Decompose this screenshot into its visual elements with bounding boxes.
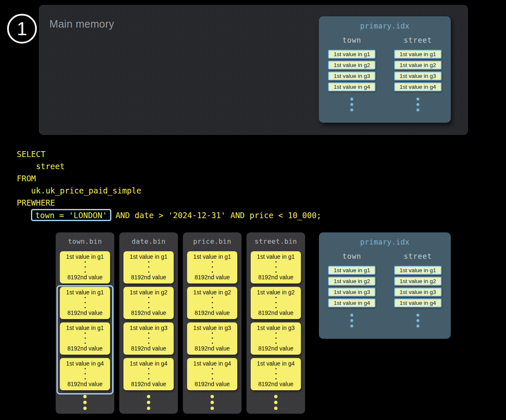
granule-block: 1st value in g1 8192nd value [60, 287, 110, 319]
primary-index-columns: town 1st value in g1 1st value in g2 1st… [319, 36, 451, 111]
granule-first-value: 1st value in g3 [130, 325, 167, 331]
granule-first-value: 1st value in g3 [257, 325, 295, 331]
sql-line: FROM [17, 173, 321, 185]
index-column-town: town 1st value in g1 1st value in g2 1st… [319, 36, 385, 111]
bin-file-panel-price: price.bin 1st value in g1 8192nd value 1… [183, 232, 241, 414]
granule-ellipsis [212, 368, 213, 379]
granule-last-value: 8192nd value [131, 274, 166, 281]
granule-ellipsis [85, 261, 86, 273]
ellipsis-dots [274, 395, 277, 410]
granule-ellipsis [85, 297, 86, 308]
granule-block: 1st value in g1 8192nd value [187, 251, 237, 283]
granule-ellipsis [212, 297, 213, 308]
index-column-town: town 1st value in g1 1st value in g2 1st… [319, 252, 385, 327]
index-entry-chip: 1st value in g1 [394, 266, 442, 275]
index-entry-chip: 1st value in g3 [394, 72, 442, 80]
granule-last-value: 8192nd value [67, 309, 103, 316]
bin-file-panel-town: town.bin 1st value in g1 8192nd value 1s… [56, 232, 114, 414]
ellipsis-dots [83, 395, 87, 410]
granule-block: 1st value in g3 8192nd value [187, 322, 237, 355]
granule-ellipsis [275, 261, 277, 273]
primary-index-panel-bottom: primary.idx town 1st value in g1 1st val… [319, 232, 451, 339]
granule-first-value: 1st value in g1 [193, 253, 231, 260]
granule-last-value: 8192nd value [195, 274, 230, 281]
sql-indent [17, 211, 31, 220]
granule-first-value: 1st value in g4 [257, 360, 295, 367]
granule-block: 1st value in g4 8192nd value [251, 358, 301, 390]
granule-ellipsis [148, 261, 149, 273]
granule-block: 1st value in g1 8192nd value [60, 322, 110, 355]
highlighted-condition: town = 'LONDON' [35, 211, 107, 220]
granule-block: 1st value in g3 8192nd value [123, 322, 174, 355]
granule-ellipsis [85, 368, 86, 379]
granule-first-value: 1st value in g2 [193, 289, 231, 296]
sql-line: PREWHERE [17, 197, 321, 209]
index-entry-chip: 1st value in g2 [328, 277, 375, 286]
index-entry-chip: 1st value in g4 [394, 82, 442, 91]
index-entry-chip: 1st value in g3 [394, 288, 442, 296]
sql-query-block: SELECT street FROM uk.uk_price_paid_simp… [17, 148, 321, 221]
granule-first-value: 1st value in g4 [193, 360, 231, 367]
granule-last-value: 8192nd value [67, 381, 103, 387]
granule-block: 1st value in g2 8192nd value [187, 287, 237, 319]
sql-line: uk.uk_price_paid_simple [17, 185, 321, 197]
granule-block: 1st value in g1 8192nd value [251, 251, 301, 283]
granule-last-value: 8192nd value [131, 345, 166, 352]
index-entry-chip: 1st value in g1 [394, 50, 442, 59]
granule-ellipsis [148, 368, 149, 379]
granule-last-value: 8192nd value [131, 309, 166, 316]
column-header-town: town [342, 252, 361, 260]
granule-last-value: 8192nd value [195, 345, 230, 352]
granule-first-value: 1st value in g3 [193, 325, 231, 331]
granule-block: 1st value in g1 8192nd value [60, 251, 110, 283]
granule-block: 1st value in g4 8192nd value [60, 358, 110, 390]
index-entry-chip: 1st value in g4 [328, 82, 375, 91]
granule-last-value: 8192nd value [195, 309, 230, 316]
column-header-street: street [404, 36, 432, 44]
granule-last-value: 8192nd value [258, 345, 293, 352]
granule-first-value: 1st value in g1 [130, 253, 167, 260]
index-column-street: street 1st value in g1 1st value in g2 1… [385, 36, 451, 111]
bin-file-title: street.bin [254, 237, 297, 245]
granule-last-value: 8192nd value [258, 309, 293, 316]
index-entry-chip: 1st value in g2 [328, 61, 375, 70]
primary-index-panel-top: primary.idx town 1st value in g1 1st val… [319, 16, 451, 123]
sql-line: SELECT [17, 148, 321, 160]
granule-ellipsis [275, 332, 277, 344]
step-badge: 1 [7, 14, 37, 44]
granule-ellipsis [275, 297, 277, 308]
bin-file-panel-street: street.bin 1st value in g1 8192nd value … [247, 232, 305, 414]
column-header-street: street [404, 252, 432, 260]
granule-last-value: 8192nd value [258, 381, 293, 387]
index-entry-chip: 1st value in g1 [328, 50, 375, 59]
index-entry-chip: 1st value in g4 [394, 299, 442, 307]
diagram-canvas: { "step_badge": { "number": "1" }, "main… [0, 0, 506, 420]
sql-line: street [17, 160, 321, 173]
index-column-street: street 1st value in g1 1st value in g2 1… [385, 252, 451, 327]
granule-block: 1st value in g2 8192nd value [251, 287, 301, 319]
granule-ellipsis [212, 332, 213, 344]
granule-block: 1st value in g4 8192nd value [187, 358, 237, 390]
ellipsis-dots [147, 395, 150, 410]
primary-index-columns: town 1st value in g1 1st value in g2 1st… [319, 252, 451, 327]
granule-block: 1st value in g1 8192nd value [123, 251, 174, 283]
granule-first-value: 1st value in g4 [66, 360, 104, 367]
granule-first-value: 1st value in g4 [130, 360, 167, 367]
step-number: 1 [17, 18, 27, 39]
granule-first-value: 1st value in g2 [130, 289, 167, 296]
granule-ellipsis [212, 261, 213, 273]
bin-file-title: town.bin [68, 237, 102, 245]
granule-last-value: 8192nd value [67, 274, 103, 281]
granule-block: 1st value in g4 8192nd value [123, 358, 174, 390]
granule-first-value: 1st value in g1 [66, 325, 104, 331]
granule-block: 1st value in g3 8192nd value [251, 322, 301, 355]
column-header-town: town [342, 36, 361, 44]
index-entry-chip: 1st value in g1 [328, 266, 375, 275]
granule-first-value: 1st value in g1 [66, 253, 104, 260]
ellipsis-dots [211, 395, 214, 410]
bin-file-title: date.bin [131, 237, 165, 245]
ellipsis-dots [416, 314, 419, 327]
sql-line-prewhere-condition: town = 'LONDON' AND date > '2024-12-31' … [17, 209, 321, 221]
granule-last-value: 8192nd value [195, 381, 230, 387]
ellipsis-dots [350, 98, 353, 111]
